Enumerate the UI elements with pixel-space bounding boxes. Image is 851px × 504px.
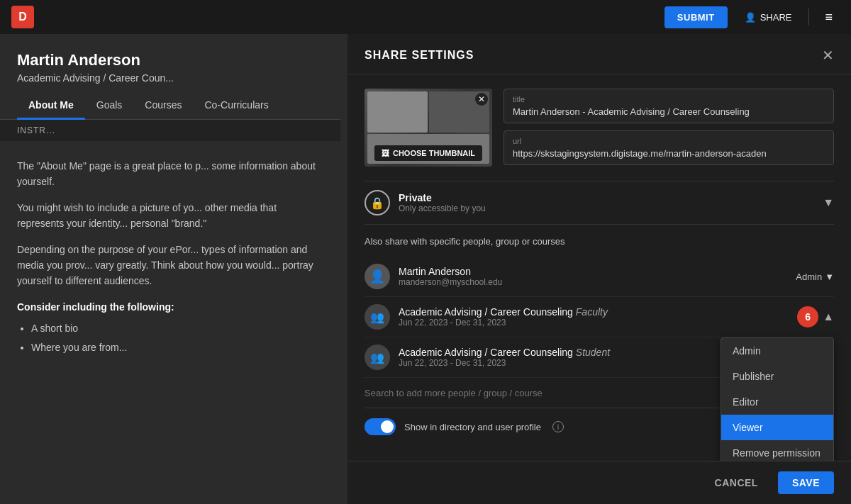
chevron-up-icon[interactable]: ▲ xyxy=(823,310,834,323)
cancel-button[interactable]: CANCEL xyxy=(703,471,769,494)
martin-avatar: 👤 xyxy=(365,264,390,289)
profile-header: Martin Anderson Academic Advising / Care… xyxy=(0,34,340,92)
content-area: The "About Me" page is a great place to … xyxy=(0,141,340,375)
list-item: A short bio xyxy=(31,320,323,336)
menu-button[interactable]: ≡ xyxy=(818,6,840,29)
tabs-bar: About Me Goals Courses Co-Curriculars xyxy=(0,92,340,120)
url-value: https://skstagingsystem.digistage.me/mar… xyxy=(513,148,825,159)
privacy-name: Private xyxy=(399,192,814,203)
title-field[interactable]: title Martin Anderson - Academic Advisin… xyxy=(504,89,834,123)
dropdown-publisher[interactable]: Publisher xyxy=(721,364,833,389)
modal-footer: CANCEL SAVE xyxy=(347,461,851,504)
student-group-avatar: 👥 xyxy=(365,345,390,370)
share-settings-modal: SHARE SETTINGS ✕ ✕ 🖼 CHOOSE THUMBNAIL xyxy=(347,34,851,504)
title-label: title xyxy=(513,95,825,103)
dropdown-viewer[interactable]: Viewer xyxy=(721,415,833,440)
app-logo: D xyxy=(11,6,34,28)
profile-subtitle: Academic Advising / Career Coun... xyxy=(17,72,323,84)
modal-close-button[interactable]: ✕ xyxy=(822,48,834,62)
faculty-info: Academic Advising / Career Counseling Fa… xyxy=(399,306,789,327)
faculty-role-container: 6 ▲ Admin Publisher Editor Viewer Remove… xyxy=(797,306,834,327)
tab-co-curriculars[interactable]: Co-Curriculars xyxy=(193,92,279,120)
url-label: URL xyxy=(513,137,825,145)
tab-about-me[interactable]: About Me xyxy=(17,92,85,120)
thumbnail-container: ✕ 🖼 CHOOSE THUMBNAIL xyxy=(365,89,492,167)
topbar: D SUBMIT 👤 SHARE ≡ xyxy=(0,0,851,34)
title-value: Martin Anderson - Academic Advising / Ca… xyxy=(513,106,825,117)
submit-button[interactable]: SUBMIT xyxy=(664,6,728,28)
faculty-dropdown-menu: Admin Publisher Editor Viewer Remove per… xyxy=(721,337,834,461)
martin-info: Martin Anderson manderson@myschool.edu xyxy=(399,266,787,287)
badge-6: 6 xyxy=(797,306,818,327)
faculty-dates: Jun 22, 2023 - Dec 31, 2023 xyxy=(399,318,789,327)
tab-courses[interactable]: Courses xyxy=(133,92,193,120)
share-section-label: Also share with specific people, group o… xyxy=(365,236,834,247)
faculty-group-avatar: 👥 xyxy=(365,304,390,330)
student-role-type: Student xyxy=(576,347,610,358)
share-person-icon: 👤 xyxy=(745,12,756,23)
thumbnail-row: ✕ 🖼 CHOOSE THUMBNAIL title Martin Anders… xyxy=(365,89,834,167)
tab-goals[interactable]: Goals xyxy=(85,92,134,120)
faculty-name: Academic Advising / Career Counseling Fa… xyxy=(399,306,789,318)
toggle-label: Show in directory and user profile xyxy=(404,422,541,432)
save-button[interactable]: SAVE xyxy=(778,471,834,494)
topbar-divider xyxy=(808,9,809,26)
content-p2: You might wish to include a picture of y… xyxy=(17,200,323,232)
martin-role[interactable]: Admin ▼ xyxy=(796,271,834,282)
dropdown-editor[interactable]: Editor xyxy=(721,389,833,415)
privacy-chevron-icon[interactable]: ▼ xyxy=(823,196,834,209)
lock-icon: 🔒 xyxy=(365,190,390,215)
thumbnail-close-button[interactable]: ✕ xyxy=(475,93,488,106)
faculty-role-type: Faculty xyxy=(576,306,608,318)
content-p1: The "About Me" page is a great place to … xyxy=(17,158,323,190)
dropdown-remove[interactable]: Remove permission xyxy=(721,440,833,461)
consider-title: Consider including the following: xyxy=(17,299,323,315)
privacy-text: Private Only accessible by you xyxy=(399,192,814,213)
instruct-bar: INSTR... xyxy=(0,120,340,141)
url-field[interactable]: URL https://skstagingsystem.digistage.me… xyxy=(504,130,834,165)
profile-name: Martin Anderson xyxy=(17,51,323,69)
share-row-faculty: 👥 Academic Advising / Career Counseling … xyxy=(365,297,834,337)
dropdown-admin[interactable]: Admin xyxy=(721,338,833,364)
share-button[interactable]: 👤 SHARE xyxy=(736,8,801,27)
privacy-row[interactable]: 🔒 Private Only accessible by you ▼ xyxy=(365,181,834,225)
modal-title: SHARE SETTINGS xyxy=(365,49,474,62)
share-row-martin: 👤 Martin Anderson manderson@myschool.edu… xyxy=(365,257,834,297)
toggle-knob xyxy=(381,420,394,433)
chevron-down-icon: ▼ xyxy=(825,271,834,282)
directory-toggle[interactable] xyxy=(365,418,396,435)
content-p3: Depending on the purpose of your ePor...… xyxy=(17,242,323,289)
image-icon: 🖼 xyxy=(382,149,389,157)
privacy-desc: Only accessible by you xyxy=(399,203,814,213)
modal-body: ✕ 🖼 CHOOSE THUMBNAIL title Martin Anders… xyxy=(347,74,851,461)
list-item: Where you are from... xyxy=(31,340,323,355)
martin-name: Martin Anderson xyxy=(399,266,787,277)
choose-thumbnail-button[interactable]: 🖼 CHOOSE THUMBNAIL xyxy=(374,145,482,161)
main-panel: Martin Anderson Academic Advising / Care… xyxy=(0,34,340,504)
info-icon[interactable]: i xyxy=(552,421,564,432)
modal-header: SHARE SETTINGS ✕ xyxy=(347,34,851,74)
fields-column: title Martin Anderson - Academic Advisin… xyxy=(504,89,834,167)
martin-email: manderson@myschool.edu xyxy=(399,277,787,287)
consider-list: A short bio Where you are from... xyxy=(17,320,323,355)
thumb-photo-1 xyxy=(367,91,428,133)
